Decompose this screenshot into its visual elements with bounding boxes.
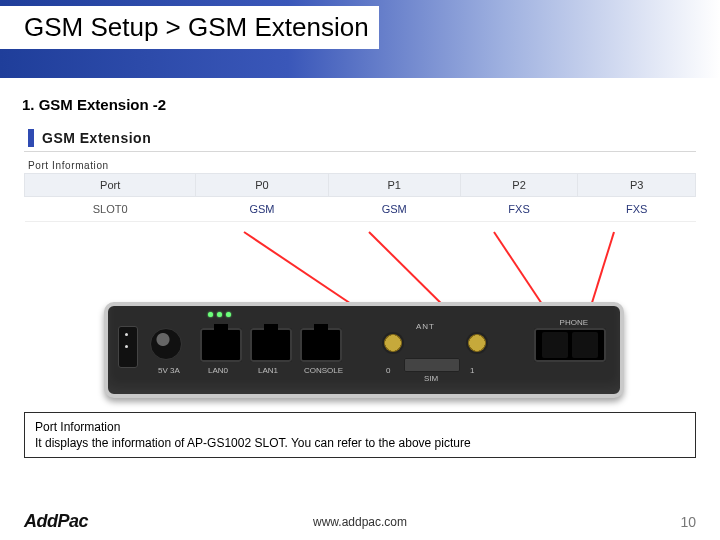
page-number: 10 [680,514,696,530]
th-p1: P1 [328,174,460,197]
ant0-num-label: 0 [386,366,390,375]
table-header-row: Port P0 P1 P2 P3 [25,174,696,197]
callout-title: Port Information [35,419,685,435]
power-label: 5V 3A [158,366,180,375]
phone-ports-icon [534,328,606,362]
cell-p2: FXS [460,197,578,222]
dc-jack-icon [150,328,182,360]
console-label: CONSOLE [304,366,343,375]
antenna1-icon [468,334,486,352]
port-table: Port P0 P1 P2 P3 SLOT0 GSM GSM FXS FXS [24,173,696,222]
brand-logo: AddPac [24,511,88,532]
page-title: GSM Setup > GSM Extension [0,6,379,49]
callout-body: It displays the information of AP-GS1002… [35,435,685,451]
cell-p0: GSM [196,197,328,222]
lan1-port-icon [250,328,292,362]
status-leds-icon [208,312,231,317]
sim-label: SIM [424,374,438,383]
power-switch-icon [118,326,138,368]
th-port: Port [25,174,196,197]
title-band: GSM Setup > GSM Extension [0,0,720,78]
footer-url: www.addpac.com [313,515,407,529]
th-p2: P2 [460,174,578,197]
sim-slot-icon [404,358,460,372]
cell-p1: GSM [328,197,460,222]
panel-header: GSM Extension [24,123,696,152]
sub-heading: 1. GSM Extension -2 [22,96,720,113]
ant1-num-label: 1 [470,366,474,375]
section-label: Port Information [28,160,696,171]
lan0-label: LAN0 [208,366,228,375]
panel-accent-bar [28,129,34,147]
lan1-label: LAN1 [258,366,278,375]
antenna-label: ANT [416,322,435,331]
device-illustration: ANT SIM 5V 3A LAN0 LAN1 CONSOLE 0 1 PHON… [104,302,624,398]
antenna0-icon [384,334,402,352]
th-p0: P0 [196,174,328,197]
device-stage: ANT SIM 5V 3A LAN0 LAN1 CONSOLE 0 1 PHON… [24,226,696,406]
lan0-port-icon [200,328,242,362]
table-row: SLOT0 GSM GSM FXS FXS [25,197,696,222]
phone-label: PHONE [560,318,588,327]
console-port-icon [300,328,342,362]
panel-heading-text: GSM Extension [42,130,151,146]
th-p3: P3 [578,174,696,197]
callout-box: Port Information It displays the informa… [24,412,696,458]
cell-p3: FXS [578,197,696,222]
cell-slot: SLOT0 [25,197,196,222]
panel-area: GSM Extension Port Information Port P0 P… [24,123,696,406]
footer: AddPac www.addpac.com 10 [0,511,720,532]
